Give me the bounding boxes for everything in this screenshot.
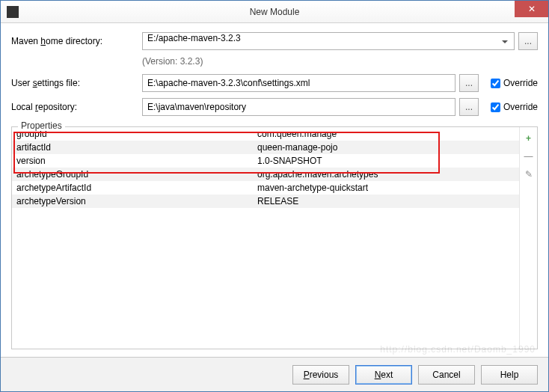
property-key: artifactId <box>16 142 257 153</box>
property-key: archetypeGroupId <box>16 169 257 180</box>
property-value: RELEASE <box>257 196 519 206</box>
close-icon: ✕ <box>528 4 536 14</box>
property-key: archetypeArtifactId <box>16 183 257 193</box>
properties-toolbar: + — ✎ <box>519 127 537 349</box>
help-button[interactable]: Help <box>481 365 538 385</box>
property-value: org.apache.maven.archetypes <box>257 169 519 180</box>
property-value: 1.0-SNAPSHOT <box>257 156 519 166</box>
ellipsis-icon: ... <box>524 36 532 46</box>
maven-home-browse-button[interactable]: ... <box>518 32 538 50</box>
maven-home-label: Maven home directory: <box>11 36 142 46</box>
content-area: Maven home directory: E:/apache-maven-3.… <box>1 23 548 357</box>
user-settings-row: User settings file: ... Override <box>11 74 538 92</box>
properties-legend: Properties <box>18 120 65 131</box>
edit-property-button[interactable]: ✎ <box>522 168 536 181</box>
properties-table[interactable]: groupIdcom.queen.manageartifactIdqueen-m… <box>12 127 519 349</box>
local-repo-row: Local repository: ... Override <box>11 98 538 116</box>
table-row[interactable]: version1.0-SNAPSHOT <box>12 154 519 168</box>
user-settings-browse-button[interactable]: ... <box>459 74 479 92</box>
table-row[interactable]: archetypeGroupIdorg.apache.maven.archety… <box>12 168 519 181</box>
button-bar: Previous Next Cancel Help <box>1 357 548 391</box>
local-repo-override[interactable]: Override <box>488 100 538 114</box>
previous-button[interactable]: Previous <box>292 365 349 385</box>
app-icon <box>7 6 19 18</box>
user-settings-override[interactable]: Override <box>488 76 538 91</box>
titlebar: New Module ✕ <box>1 1 548 23</box>
property-key: version <box>16 156 257 166</box>
local-repo-label: Local repository: <box>11 102 142 112</box>
pencil-icon: ✎ <box>525 169 533 180</box>
close-button[interactable]: ✕ <box>515 1 548 17</box>
cancel-button[interactable]: Cancel <box>418 365 475 385</box>
new-module-dialog: New Module ✕ Maven home directory: E:/ap… <box>0 0 549 392</box>
property-value: com.queen.manage <box>257 129 519 139</box>
table-row[interactable]: groupIdcom.queen.manage <box>12 127 519 141</box>
maven-version-text: (Version: 3.2.3) <box>142 56 538 67</box>
table-row[interactable]: artifactIdqueen-manage-pojo <box>12 141 519 154</box>
add-property-button[interactable]: + <box>522 132 536 145</box>
property-value: maven-archetype-quickstart <box>257 183 519 193</box>
override-label: Override <box>503 102 538 112</box>
table-row[interactable]: archetypeVersionRELEASE <box>12 195 519 208</box>
next-button[interactable]: Next <box>355 365 412 385</box>
remove-property-button[interactable]: — <box>522 150 536 163</box>
properties-group: Properties groupIdcom.queen.manageartifa… <box>11 126 538 349</box>
property-key: archetypeVersion <box>16 196 257 206</box>
table-row[interactable]: archetypeArtifactIdmaven-archetype-quick… <box>12 181 519 195</box>
ellipsis-icon: ... <box>465 102 473 112</box>
plus-icon: + <box>526 133 531 144</box>
user-settings-input[interactable] <box>142 74 456 92</box>
override-label: Override <box>503 78 538 88</box>
local-repo-override-checkbox[interactable] <box>491 102 500 112</box>
local-repo-browse-button[interactable]: ... <box>459 98 479 116</box>
user-settings-label: User settings file: <box>11 78 142 88</box>
property-value: queen-manage-pojo <box>257 142 519 153</box>
user-settings-override-checkbox[interactable] <box>491 79 500 88</box>
window-title: New Module <box>250 7 300 17</box>
maven-home-combo[interactable]: E:/apache-maven-3.2.3 <box>142 32 515 50</box>
maven-home-value: E:/apache-maven-3.2.3 <box>147 33 241 43</box>
local-repo-input[interactable] <box>142 98 456 116</box>
minus-icon: — <box>524 151 533 162</box>
maven-home-row: Maven home directory: E:/apache-maven-3.… <box>11 32 538 50</box>
ellipsis-icon: ... <box>465 78 473 88</box>
